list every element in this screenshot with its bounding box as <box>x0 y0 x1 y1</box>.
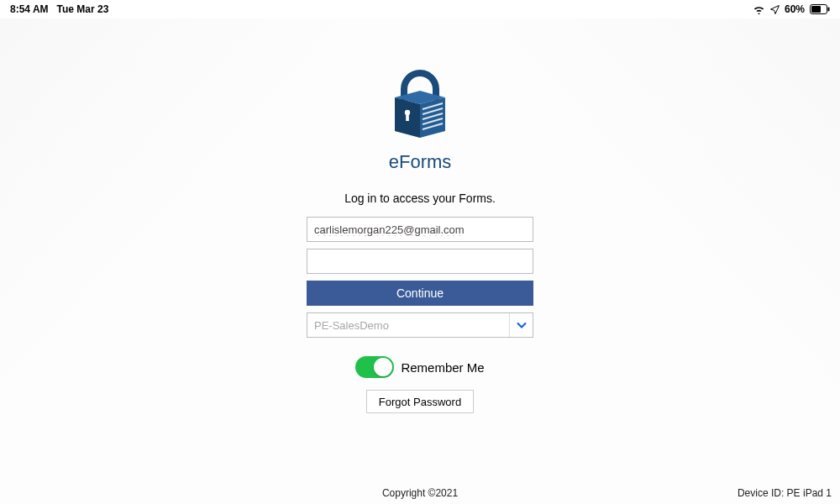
login-content: eForms Log in to access your Forms. Cont… <box>0 18 840 504</box>
app-name: eForms <box>389 151 452 173</box>
svg-rect-2 <box>828 8 830 12</box>
device-id-text: Device ID: PE iPad 1 <box>738 487 832 499</box>
status-time: 8:54 AM <box>10 3 49 15</box>
login-screen: eForms Log in to access your Forms. Cont… <box>0 18 840 504</box>
svg-rect-1 <box>811 6 821 13</box>
status-date: Tue Mar 23 <box>57 3 109 15</box>
login-subtitle: Log in to access your Forms. <box>344 192 496 205</box>
svg-rect-12 <box>406 114 409 121</box>
status-right: 60% <box>753 3 830 15</box>
org-select-value: PE-SalesDemo <box>307 313 509 337</box>
copyright-text: Copyright ©2021 <box>0 487 840 499</box>
forgot-password-button[interactable]: Forgot Password <box>366 390 474 413</box>
remember-me-label: Remember Me <box>401 360 484 375</box>
continue-button[interactable]: Continue <box>307 281 533 306</box>
lock-box-icon <box>386 69 454 146</box>
location-icon <box>770 5 780 14</box>
email-field[interactable] <box>307 217 533 242</box>
remember-me-toggle[interactable] <box>355 356 394 378</box>
app-logo-block: eForms <box>386 69 454 173</box>
ipad-status-bar: 8:54 AM Tue Mar 23 60% <box>0 0 840 18</box>
org-select[interactable]: PE-SalesDemo <box>307 312 533 338</box>
wifi-icon <box>753 5 765 14</box>
chevron-down-icon[interactable] <box>509 313 533 337</box>
remember-me-row: Remember Me <box>355 356 484 378</box>
status-left: 8:54 AM Tue Mar 23 <box>10 3 108 15</box>
battery-percent: 60% <box>785 3 805 15</box>
battery-icon <box>810 4 830 14</box>
password-field[interactable] <box>307 249 533 274</box>
login-form: Continue PE-SalesDemo <box>307 217 533 338</box>
